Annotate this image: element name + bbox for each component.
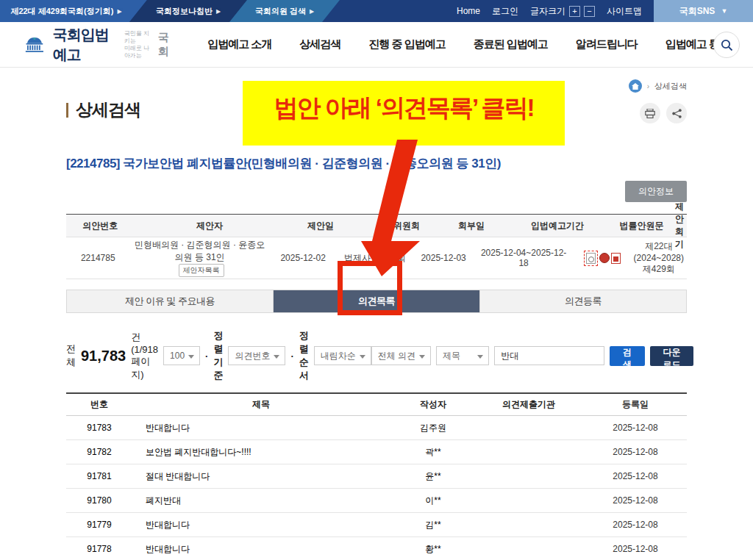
- opinion-controls-left: 전체 91,783 건 (1/918 페이지) 100 · 정렬기준 의견번호 …: [66, 329, 371, 382]
- login-link[interactable]: 로그인: [492, 5, 518, 18]
- bill-no-cell: 2214785: [66, 237, 129, 279]
- site-logo[interactable]: 국회입법예고 국민을 지키는 미래로 나아가는 국회: [24, 25, 172, 65]
- opinion-title-link[interactable]: 폐지반대: [132, 495, 393, 507]
- opinion-search-button[interactable]: 검색: [610, 346, 645, 366]
- page: 제22대 제429회국회(정기회) ▶ 국회정보나침반 ▶ 국회의원 검색 ▶ …: [0, 0, 753, 560]
- opinion-title-link[interactable]: 반대합니다: [132, 543, 393, 556]
- pdf-file-icon[interactable]: [611, 253, 621, 264]
- topbar-link-member-search[interactable]: 국회의원 검색 ▶: [229, 0, 340, 22]
- sitemap-link[interactable]: 사이트맵: [607, 5, 642, 18]
- arrow-right-icon: ▶: [310, 8, 314, 15]
- site-slogan: 국민을 지키는 미래로 나아가는 국회: [124, 30, 172, 60]
- opinion-date: 2025-12-08: [584, 544, 687, 554]
- bill-info-button[interactable]: 의안정보: [625, 181, 687, 202]
- opinion-title-link[interactable]: 보안법 폐지반대합니다~!!!!: [132, 446, 393, 459]
- col-header-bill-no: 의안번호: [66, 215, 135, 237]
- detail-tabs: 제안 이유 및 주요내용 의견목록 의견등록: [66, 290, 687, 313]
- col-header-proposal-date: 제안일: [285, 215, 357, 237]
- print-button[interactable]: [640, 103, 660, 123]
- page-size-select[interactable]: 100: [163, 346, 200, 365]
- opinion-table: 번호 제목 작성자 의견제출기관 등록일 91783 반대합니다 김주원 202…: [66, 392, 687, 560]
- col-header-notice-period: 입법예고기간: [504, 215, 611, 237]
- opinion-title-link[interactable]: 절대 반대합니다: [132, 470, 393, 483]
- opinion-author: 이**: [393, 495, 474, 507]
- sort-order-label: 정렬순서: [299, 329, 309, 382]
- opinion-title-link[interactable]: 반대합니다: [132, 519, 393, 531]
- main-header: 국회입법예고 국민을 지키는 미래로 나아가는 국회 입법예고 소개 상세검색 …: [0, 22, 753, 68]
- fontsize-label: 글자크기: [530, 5, 565, 18]
- col-header-title: 제목: [132, 398, 393, 411]
- sort-by-select[interactable]: 의견번호: [228, 346, 285, 365]
- fontsize-group: 글자크기 + −: [530, 5, 595, 18]
- proposer-names: 민형배의원 · 김준형의원 · 윤종오의원 등 31인: [132, 239, 266, 264]
- assembly-building-icon: [24, 33, 46, 57]
- total-count: 91,783: [81, 348, 126, 365]
- breadcrumb-home-button[interactable]: [629, 79, 642, 93]
- slogan-text: 국민을 지키는 미래로 나아가는: [124, 30, 154, 60]
- title-accent-bar: [66, 103, 68, 118]
- sort-by-label: 정렬기준: [213, 329, 223, 382]
- header-search-button[interactable]: [713, 32, 740, 58]
- opinion-table-header: 번호 제목 작성자 의견제출기관 등록일: [66, 394, 687, 416]
- search-icon: [721, 39, 733, 51]
- bill-button-row: 의안정보: [66, 181, 687, 202]
- opinion-no: 91779: [66, 520, 132, 530]
- chevron-down-icon: ▼: [721, 7, 727, 15]
- opinion-date: 2025-12-08: [584, 447, 687, 457]
- opinion-search-input[interactable]: [494, 346, 604, 365]
- topbar-link-session[interactable]: 제22대 제429회국회(정기회) ▶: [0, 0, 147, 22]
- dot-separator: ·: [205, 351, 208, 362]
- tab-opinion-list[interactable]: 의견목록: [274, 290, 480, 312]
- opinion-no: 91782: [66, 447, 132, 457]
- col-header-session: 제안회기: [672, 215, 687, 237]
- utility-buttons: [640, 103, 687, 123]
- hwp-file-icon[interactable]: [599, 253, 610, 263]
- annotation-text: 법안 아래 ‘의견목록’ 클릭!: [274, 92, 533, 125]
- site-title: 국회입법예고: [53, 25, 113, 65]
- assembly-wordmark: 국회: [158, 31, 172, 59]
- fontsize-increase-button[interactable]: +: [569, 6, 580, 17]
- nav-item-closed[interactable]: 종료된 입법예고: [474, 37, 548, 51]
- download-button[interactable]: 다운로드: [650, 346, 693, 366]
- sns-dropdown[interactable]: 국회SNS ▼: [654, 0, 753, 22]
- col-header-proposer: 제안자: [135, 215, 285, 237]
- document-preview-icon[interactable]: [584, 251, 598, 266]
- opinion-author: 김**: [393, 519, 474, 531]
- topbar-link-session-label: 제22대 제429회국회(정기회): [10, 6, 113, 17]
- table-row: 91781 절대 반대합니다 윤** 2025-12-08: [66, 464, 687, 489]
- opinion-no: 91778: [66, 544, 132, 554]
- opinion-title-link[interactable]: 반대합니다: [132, 422, 393, 434]
- opinion-no: 91780: [66, 495, 132, 506]
- dot-separator: ·: [290, 351, 293, 362]
- proposer-cell: 민형배의원 · 김준형의원 · 윤종오의원 등 31인 제안자목록: [129, 237, 269, 279]
- opinion-no: 91781: [66, 471, 132, 481]
- opinion-date: 2025-12-08: [584, 495, 687, 506]
- table-row: 91778 반대합니다 황** 2025-12-08: [66, 537, 687, 560]
- opinion-date: 2025-12-08: [584, 423, 687, 433]
- nav-item-intro[interactable]: 입법예고 소개: [207, 37, 271, 51]
- arrow-right-icon: ▶: [216, 8, 221, 15]
- session-cell: 제22대(2024~2028) 제429회: [631, 237, 687, 279]
- home-link[interactable]: Home: [457, 6, 480, 16]
- nav-item-ongoing[interactable]: 진행 중 입법예고: [368, 37, 445, 51]
- filter-field-select[interactable]: 제목: [436, 346, 489, 365]
- share-button[interactable]: [666, 103, 687, 123]
- opinion-controls: 전체 91,783 건 (1/918 페이지) 100 · 정렬기준 의견번호 …: [66, 329, 687, 382]
- bill-info-header-row: 의안번호 제안자 제안일 소관위원회 회부일 입법예고기간 법률안원문 제안회기: [66, 215, 687, 237]
- fontsize-decrease-button[interactable]: −: [584, 6, 595, 17]
- breadcrumb: › 상세검색: [629, 79, 687, 93]
- topbar-link-compass-label: 국회정보나침반: [156, 6, 213, 17]
- proposer-list-button[interactable]: 제안자목록: [179, 264, 224, 277]
- annotation-highlight-box: 법안 아래 ‘의견목록’ 클릭!: [243, 81, 565, 146]
- topbar-link-compass[interactable]: 국회정보나침반 ▶: [129, 0, 247, 22]
- sort-order-select[interactable]: 내림차순: [314, 346, 371, 365]
- bill-info-table: 의안번호 제안자 제안일 소관위원회 회부일 입법예고기간 법률안원문 제안회기…: [66, 214, 687, 279]
- tab-opinion-register[interactable]: 의견등록: [480, 290, 686, 312]
- nav-item-notice[interactable]: 알려드립니다: [576, 37, 638, 51]
- col-header-author: 작성자: [393, 398, 474, 411]
- main-navigation: 입법예고 소개 상세검색 진행 중 입법예고 종료된 입법예고 알려드립니다 입…: [207, 37, 729, 51]
- nav-item-detail-search[interactable]: 상세검색: [299, 37, 340, 51]
- opinion-controls-right: 전체 의견 제목 검색 다운로드: [371, 346, 693, 366]
- filter-scope-select[interactable]: 전체 의견: [371, 346, 431, 365]
- tab-reason-content[interactable]: 제안 이유 및 주요내용: [67, 290, 274, 312]
